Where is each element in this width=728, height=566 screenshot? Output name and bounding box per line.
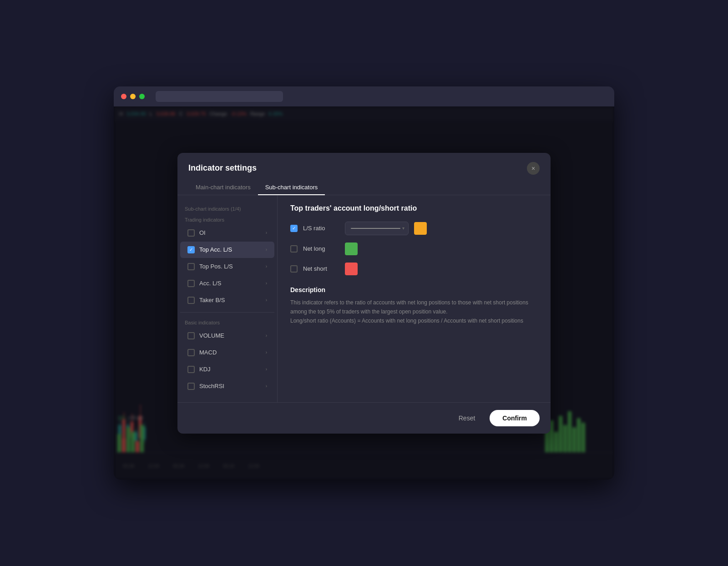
dialog-footer: Reset Confirm <box>177 402 551 434</box>
indicator-item-oi[interactable]: OI › <box>180 225 274 241</box>
chevron-icon-taker-bs: › <box>266 298 267 303</box>
traffic-light-minimize[interactable] <box>130 94 136 99</box>
trading-indicators-label: Trading indicators <box>177 213 277 224</box>
settings-row-ls-ratio: ✓ L/S ratio ▾ <box>290 222 538 235</box>
description-title: Description <box>290 286 538 293</box>
checkbox-top-acc-ls[interactable]: ✓ <box>187 246 195 253</box>
traffic-light-maximize[interactable] <box>139 94 145 99</box>
modal-overlay: Indicator settings × Main-chart indicato… <box>114 106 614 480</box>
color-swatch-net-short[interactable] <box>345 263 358 275</box>
color-swatch-ls-ratio[interactable] <box>414 222 427 235</box>
right-panel: Top traders' account long/short ratio ✓ … <box>278 195 551 402</box>
chevron-icon-stochrsi: › <box>266 384 267 389</box>
indicator-label-taker-bs: Taker B/S <box>199 297 261 303</box>
dialog-body: Sub-chart indicators (1/4) Trading indic… <box>177 195 551 402</box>
close-button[interactable]: × <box>527 162 540 175</box>
chevron-icon-top-pos-ls: › <box>266 264 267 269</box>
url-bar[interactable] <box>156 91 283 102</box>
browser-window: H 3,034.90 L 3,028.86 C 3,029.75 Change … <box>114 86 614 480</box>
indicator-label-kdj: KDJ <box>199 366 261 373</box>
dropdown-arrow-icon: ▾ <box>402 226 404 231</box>
settings-row-net-short: Net short <box>290 263 538 275</box>
checkbox-net-long[interactable] <box>290 245 298 253</box>
tab-main-chart[interactable]: Main-chart indicators <box>188 180 258 195</box>
browser-titlebar <box>114 86 614 106</box>
checkbox-net-short[interactable] <box>290 265 298 273</box>
indicator-label-macd: MACD <box>199 349 261 356</box>
chevron-icon-oi: › <box>266 230 267 235</box>
indicator-label-stochrsi: StochRSI <box>199 383 261 389</box>
indicator-item-top-acc-ls[interactable]: ✓ Top Acc. L/S › <box>180 242 274 258</box>
indicator-item-kdj[interactable]: KDJ › <box>180 361 274 378</box>
checkbox-top-pos-ls[interactable] <box>187 263 195 270</box>
checkbox-acc-ls[interactable] <box>187 280 195 287</box>
left-panel-counter: Sub-chart indicators (1/4) <box>177 202 277 213</box>
line-style-select[interactable]: ▾ <box>345 222 409 235</box>
tab-sub-chart[interactable]: Sub-chart indicators <box>258 180 325 195</box>
checkbox-kdj[interactable] <box>187 366 195 373</box>
basic-indicators-label: Basic indicators <box>177 316 277 327</box>
indicator-item-taker-bs[interactable]: Taker B/S › <box>180 292 274 308</box>
dialog-title: Indicator settings <box>188 163 257 173</box>
indicator-label-acc-ls: Acc. L/S <box>199 280 261 287</box>
dialog-tabs: Main-chart indicators Sub-chart indicato… <box>177 180 551 195</box>
indicator-label-top-pos-ls: Top Pos. L/S <box>199 263 261 270</box>
line-preview <box>351 228 400 229</box>
indicator-label-top-acc-ls: Top Acc. L/S <box>199 246 261 253</box>
description-text: This indicator refers to the ratio of ac… <box>290 298 538 326</box>
indicator-item-volume[interactable]: VOLUME › <box>180 328 274 344</box>
indicator-item-acc-ls[interactable]: Acc. L/S › <box>180 275 274 292</box>
reset-button[interactable]: Reset <box>451 411 483 425</box>
divider <box>180 312 274 313</box>
label-net-short: Net short <box>303 265 339 272</box>
description-section: Description This indicator refers to the… <box>290 286 538 326</box>
chevron-icon-top-acc-ls: › <box>266 247 267 252</box>
browser-content: H 3,034.90 L 3,028.86 C 3,029.75 Change … <box>114 106 614 480</box>
right-panel-title: Top traders' account long/short ratio <box>290 204 538 212</box>
left-panel: Sub-chart indicators (1/4) Trading indic… <box>177 195 278 402</box>
color-swatch-net-long[interactable] <box>345 243 358 255</box>
indicator-label-volume: VOLUME <box>199 332 261 339</box>
indicator-item-top-pos-ls[interactable]: Top Pos. L/S › <box>180 258 274 275</box>
chevron-icon-macd: › <box>266 350 267 355</box>
traffic-light-close[interactable] <box>121 94 126 99</box>
settings-row-net-long: Net long <box>290 243 538 255</box>
confirm-button[interactable]: Confirm <box>490 410 540 426</box>
indicator-settings-dialog: Indicator settings × Main-chart indicato… <box>177 153 551 434</box>
checkbox-macd[interactable] <box>187 349 195 356</box>
chevron-icon-kdj: › <box>266 367 267 372</box>
label-ls-ratio: L/S ratio <box>303 225 339 232</box>
checkbox-oi[interactable] <box>187 229 195 237</box>
checkbox-taker-bs[interactable] <box>187 297 195 304</box>
label-net-long: Net long <box>303 245 339 252</box>
chevron-icon-volume: › <box>266 333 267 338</box>
chevron-icon-acc-ls: › <box>266 281 267 286</box>
indicator-item-macd[interactable]: MACD › <box>180 344 274 361</box>
checkbox-stochrsi[interactable] <box>187 383 195 390</box>
checkbox-volume[interactable] <box>187 332 195 339</box>
indicator-item-stochrsi[interactable]: StochRSI › <box>180 378 274 394</box>
dialog-header: Indicator settings × <box>177 153 551 175</box>
indicator-label-oi: OI <box>199 229 261 236</box>
checkbox-ls-ratio[interactable]: ✓ <box>290 225 298 232</box>
